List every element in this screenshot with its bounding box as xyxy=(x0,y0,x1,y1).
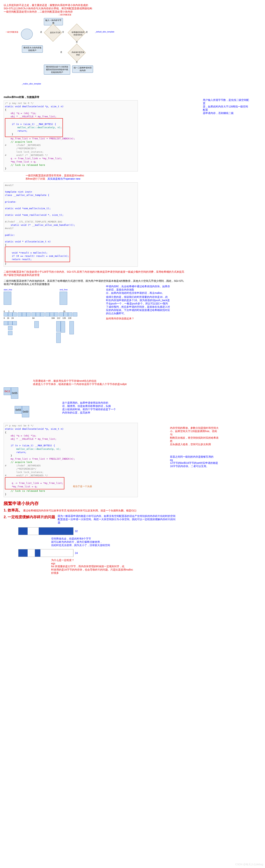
code-block-2: #endif template <int inst> class __mallo… xyxy=(4,182,138,267)
freq-title: 频繁申请小块内存 xyxy=(4,500,261,506)
twouse-note: 这个是两用的。如果申请使用这块内存的 话，随便用。但是如果回收释放的话，头插 进… xyxy=(62,401,117,414)
intro-line2: SGI-STL以128作为小块内存与大块内存的分界线，将空间配置器甚或两级结构 xyxy=(4,7,261,10)
flow-title: 二级空间配置器 xyxy=(58,13,71,16)
flow-get-heap: 找一二级堆申请对应的内存 xyxy=(72,65,93,73)
d3-yes: 是 xyxy=(60,51,62,54)
flow-malloc-alloc: _malloc_alloc_template xyxy=(22,83,41,85)
d2-no: 否 xyxy=(76,41,78,43)
d1-yes: 是 xyxy=(40,31,42,33)
frag-diagram: 32 空间释放先走，但是此时有8个字节 就可以称为内存碎片，因为它爆释没被使用，… xyxy=(18,527,110,575)
flow-ret-give: 将对应大小的内存返回给用户 xyxy=(22,45,43,53)
d2-yes: 是 xyxy=(86,31,88,33)
flow-circle-l1 xyxy=(21,29,33,39)
flow-d1: 是否大于128 xyxy=(49,27,61,34)
hash-notes: 申请内存时，先去哈希桶中通过哈希表找内存块。如果存在的话，直接在内存池取 出，如… xyxy=(106,285,170,343)
flow-split-mem: 将内存切分多个小块并挂载到对应的内存链表中然后返回给用户 xyxy=(44,65,70,74)
flow-l1-label: 一级空间配置器 xyxy=(5,31,18,33)
intro-line3: 一级空间配置器处理大块内存，二级空间配置器处理小块内存 xyxy=(4,10,261,13)
flow-d3: 内存池中是否有内存 xyxy=(72,47,84,56)
intro-block: 以上所提到的不足之处，最主要的还是：频繁的向系统申请小块内存造成的 SGI-ST… xyxy=(4,4,261,13)
note-under-code1: 一级空间配置器的原理非常简单，直接就是对malloc 和free进行了封装 其实… xyxy=(26,174,261,181)
section3-p1: 二级空间配置器专门负责处理小于128字节的小块内存。SGI-STL采用了内存池的… xyxy=(4,270,186,277)
release-note: 内存空间的释放。参数分别是指针和空间大 小。如果空间大于128直接调用free。… xyxy=(170,427,219,468)
frag-note2: 为什么是一定程度？ egs list 所需要的是12字节，而内存块管理的时候按一… xyxy=(51,559,133,575)
eff-row: 1. 效率高。 通过哈希桶找到内存块可以效率非常高 链表的内存块可以反复利用。就… xyxy=(4,508,261,513)
flowchart: 二级空间配置器 输入一块内存字节数 一级空间配置器 是否大于128 是 否 哈希… xyxy=(4,13,142,94)
code-block-3: /* p may not be 0 */ static void dealloc… xyxy=(4,423,138,497)
flow-d2: 哈希桶对应的内存是否存在 xyxy=(72,27,84,36)
hash-diagram: start_free end_free 0 1 2 15 xyxy=(4,288,106,343)
intro-line1: 以上所提到的不足之处，最主要的还是：频繁的向系统申请小块内存造成的 xyxy=(4,4,261,7)
flow-default-alloc: _default_alloc_template xyxy=(95,31,114,33)
code-block-1: /* p may not be 0 */ static void dealloc… xyxy=(4,100,138,172)
right-note1: 用户输入所需字节数，是先找二级空间配置 器，如果此时内存大于128再找一级空间配… xyxy=(203,98,250,115)
d1-no: 否 xyxy=(62,31,64,33)
frag-note1: 空间释放先走，但是此时有8个字节 就可以称为内存碎片，因为它爆释没被使用， 但此… xyxy=(51,537,115,547)
link-diagram: 与普通链表一样，最多用头四个字节存储next结点的信息 或者是八个字节来存，链表… xyxy=(4,379,261,417)
d3-no: 否 xyxy=(76,61,78,63)
frag-row: 2. 一定程度缓解内存碎片的问题 因为一般容器申请的都是小块可以内存。如果没有空… xyxy=(4,515,261,524)
